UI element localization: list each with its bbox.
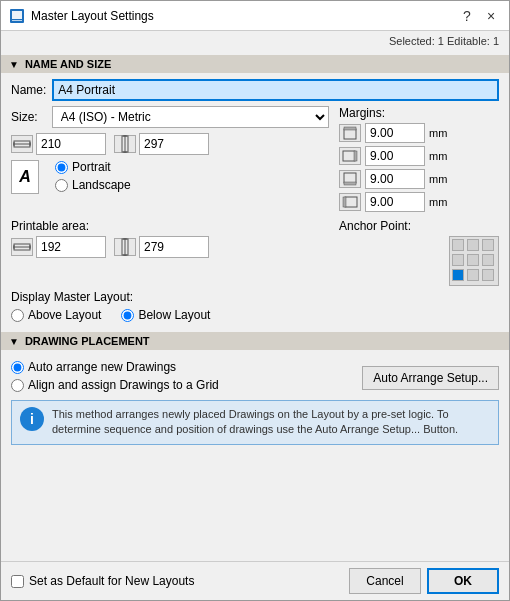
- display-master-options: Above Layout Below Layout: [11, 308, 499, 326]
- display-master-section: Display Master Layout: Above Layout Belo…: [11, 290, 499, 326]
- margin-right-row: mm: [339, 146, 499, 166]
- landscape-radio[interactable]: [55, 179, 68, 192]
- ok-button[interactable]: OK: [427, 568, 499, 594]
- svg-rect-18: [343, 197, 346, 207]
- margin-top-unit: mm: [429, 127, 447, 139]
- close-button[interactable]: ×: [481, 6, 501, 26]
- size-row: Size: A4 (ISO) - Metric: [11, 106, 329, 128]
- anchor-top-right[interactable]: [482, 239, 494, 251]
- svg-rect-16: [344, 182, 356, 185]
- align-assign-radio[interactable]: [11, 379, 24, 392]
- above-layout-row: Above Layout: [11, 308, 101, 322]
- section-name-and-size[interactable]: ▼ NAME AND SIZE: [1, 55, 509, 73]
- dp-radio-options: Auto arrange new Drawings Align and assi…: [11, 360, 219, 396]
- dialog-window: Master Layout Settings ? × Selected: 1 E…: [0, 0, 510, 601]
- svg-rect-14: [354, 151, 357, 161]
- margin-top-input[interactable]: [365, 123, 425, 143]
- printable-anchor-row: Printable area:: [11, 219, 499, 286]
- landscape-row: Landscape: [55, 178, 131, 192]
- default-layouts-label: Set as Default for New Layouts: [29, 574, 194, 588]
- svg-rect-11: [344, 129, 356, 139]
- height-input[interactable]: [139, 133, 209, 155]
- width-input[interactable]: [36, 133, 106, 155]
- width-icon: [11, 135, 33, 153]
- margin-right-unit: mm: [429, 150, 447, 162]
- align-assign-radio-row: Align and assign Drawings to a Grid: [11, 378, 219, 392]
- dialog-title: Master Layout Settings: [31, 9, 457, 23]
- margin-left-row: mm: [339, 192, 499, 212]
- printable-width-icon: [11, 238, 33, 256]
- section-label-drawing: DRAWING PLACEMENT: [25, 335, 150, 347]
- portrait-radio[interactable]: [55, 161, 68, 174]
- margin-left-icon: [339, 193, 361, 211]
- above-layout-label: Above Layout: [28, 308, 101, 322]
- size-margins-row: Size: A4 (ISO) - Metric: [11, 106, 499, 215]
- name-label: Name:: [11, 83, 46, 97]
- section-arrow-drawing: ▼: [9, 336, 19, 347]
- auto-arrange-radio[interactable]: [11, 361, 24, 374]
- below-layout-radio[interactable]: [121, 309, 134, 322]
- svg-rect-15: [344, 173, 356, 183]
- footer-buttons: Cancel OK: [349, 568, 499, 594]
- auto-arrange-setup-button[interactable]: Auto Arrange Setup...: [362, 366, 499, 390]
- printable-area-label: Printable area:: [11, 219, 329, 233]
- below-layout-row: Below Layout: [121, 308, 210, 322]
- anchor-top-center[interactable]: [467, 239, 479, 251]
- height-field: [114, 133, 209, 155]
- footer-checkbox-row: Set as Default for New Layouts: [11, 574, 349, 588]
- name-input[interactable]: [52, 79, 499, 101]
- margin-top-row: mm: [339, 123, 499, 143]
- help-button[interactable]: ?: [457, 6, 477, 26]
- size-dropdown[interactable]: A4 (ISO) - Metric: [52, 106, 329, 128]
- margin-right-icon: [339, 147, 361, 165]
- dialog-body: ▼ NAME AND SIZE Name: Size: A4 (ISO) - M…: [1, 49, 509, 561]
- dialog-footer: Set as Default for New Layouts Cancel OK: [1, 561, 509, 600]
- auto-arrange-row: Auto arrange new Drawings Align and assi…: [11, 360, 499, 396]
- printable-width-input[interactable]: [36, 236, 106, 258]
- info-text: This method arranges newly placed Drawin…: [52, 407, 490, 438]
- display-master-label: Display Master Layout:: [11, 290, 493, 304]
- margin-bottom-input[interactable]: [365, 169, 425, 189]
- margin-left-input[interactable]: [365, 192, 425, 212]
- default-layouts-checkbox[interactable]: [11, 575, 24, 588]
- landscape-label: Landscape: [72, 178, 131, 192]
- orientation-options: Portrait Landscape: [55, 160, 131, 192]
- orientation-icon: A: [11, 160, 39, 194]
- anchor-grid: [449, 236, 499, 286]
- margin-bottom-row: mm: [339, 169, 499, 189]
- anchor-middle-center[interactable]: [467, 254, 479, 266]
- orientation-row: A Portrait Landscape: [11, 160, 329, 197]
- drawing-placement-body: Auto arrange new Drawings Align and assi…: [11, 356, 499, 453]
- printable-height-input[interactable]: [139, 236, 209, 258]
- anchor-grid-container: [339, 236, 499, 286]
- anchor-middle-left[interactable]: [452, 254, 464, 266]
- portrait-row: Portrait: [55, 160, 131, 174]
- above-layout-radio[interactable]: [11, 309, 24, 322]
- printable-area-col: Printable area:: [11, 219, 329, 286]
- anchor-middle-right[interactable]: [482, 254, 494, 266]
- printable-width-field: [11, 236, 106, 258]
- margin-bottom-icon: [339, 170, 361, 188]
- portrait-label: Portrait: [72, 160, 111, 174]
- anchor-point-col: Anchor Point:: [339, 219, 499, 286]
- printable-dimensions-row: [11, 236, 329, 258]
- margin-right-input[interactable]: [365, 146, 425, 166]
- app-icon: [9, 8, 25, 24]
- size-label: Size:: [11, 110, 38, 124]
- svg-rect-17: [345, 197, 357, 207]
- below-layout-label: Below Layout: [138, 308, 210, 322]
- anchor-bottom-center[interactable]: [467, 269, 479, 281]
- title-bar: Master Layout Settings ? ×: [1, 1, 509, 31]
- name-field-row: Name:: [11, 79, 499, 101]
- section-drawing-placement[interactable]: ▼ DRAWING PLACEMENT: [1, 332, 509, 350]
- title-bar-controls: ? ×: [457, 6, 501, 26]
- margin-top-icon: [339, 124, 361, 142]
- cancel-button[interactable]: Cancel: [349, 568, 421, 594]
- anchor-bottom-right[interactable]: [482, 269, 494, 281]
- margin-left-unit: mm: [429, 196, 447, 208]
- anchor-bottom-left[interactable]: [452, 269, 464, 281]
- printable-height-field: [114, 236, 209, 258]
- info-icon: i: [20, 407, 44, 431]
- anchor-top-left[interactable]: [452, 239, 464, 251]
- info-box: i This method arranges newly placed Draw…: [11, 400, 499, 445]
